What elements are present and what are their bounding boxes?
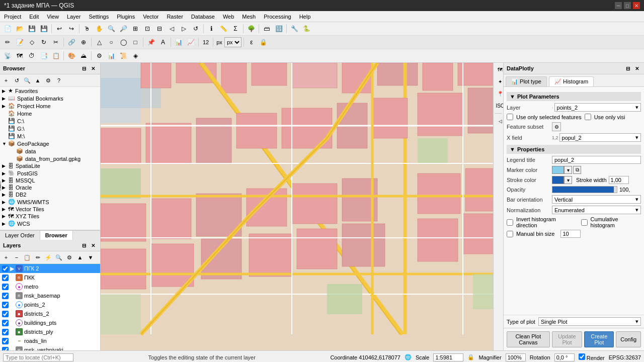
browser-close-btn[interactable]: ✕ bbox=[89, 64, 97, 72]
invert-histogram-checkbox[interactable] bbox=[507, 219, 513, 226]
layer-checkbox[interactable] bbox=[2, 320, 9, 326]
browser-m-drive[interactable]: ▶ 💾 M:\ bbox=[0, 132, 100, 140]
layer-item-points2[interactable]: ▶ ● points_2 bbox=[0, 300, 100, 309]
browser-g-drive[interactable]: ▶ 💾 G:\ bbox=[0, 125, 100, 132]
layer-item-veshniyaki[interactable]: ▶ R msk_veshniyaki bbox=[0, 345, 100, 350]
scale-input[interactable] bbox=[433, 353, 463, 361]
move-up-btn[interactable]: ▲ bbox=[75, 252, 85, 262]
menu-project[interactable]: Project bbox=[0, 13, 25, 21]
tab-browser[interactable]: Browser bbox=[40, 231, 73, 240]
map-tool-4[interactable]: ISO bbox=[495, 100, 503, 111]
menu-view[interactable]: View bbox=[43, 13, 63, 21]
expression-btn[interactable]: ε bbox=[246, 37, 257, 48]
layer-checkbox[interactable] bbox=[2, 284, 9, 290]
properties-section[interactable]: ▼ Properties bbox=[507, 145, 641, 154]
chart-btn[interactable]: 📊 bbox=[173, 37, 184, 48]
browser-refresh-btn[interactable]: ↺ bbox=[12, 75, 22, 85]
minimize-button[interactable]: ─ bbox=[615, 2, 622, 9]
browser-mssql[interactable]: ▶ 🗄 MSSQL bbox=[0, 177, 100, 184]
browser-project-home[interactable]: ▶ 🏠 Project Home bbox=[0, 102, 100, 110]
digitize-btn[interactable]: ✏ bbox=[2, 37, 13, 48]
browser-add-btn[interactable]: + bbox=[1, 75, 11, 85]
browser-wms-wmts[interactable]: ▶ 🌐 WMS/WMTS bbox=[0, 198, 100, 206]
browser-data-portal[interactable]: ▶ 📦 data_from_portal.gpkg bbox=[0, 155, 100, 162]
browser-home[interactable]: ▶ 🏠 Home bbox=[0, 110, 100, 117]
stroke-width-input[interactable] bbox=[609, 176, 629, 184]
layer-item-pkk[interactable]: ▶ R ПКК bbox=[0, 273, 100, 282]
label-btn[interactable]: A bbox=[157, 37, 169, 48]
marker-color-down-btn[interactable]: ▾ bbox=[564, 166, 572, 174]
browser-enable-props-btn[interactable]: ⚙ bbox=[43, 75, 53, 85]
map-tool-2[interactable]: ✦ bbox=[495, 76, 503, 87]
stroke-color-down-btn[interactable]: ▾ bbox=[564, 176, 572, 184]
timeline-btn[interactable]: ⏱ bbox=[26, 50, 37, 61]
layer-item-pgk2[interactable]: ▶ V ПГК 2 bbox=[0, 264, 100, 273]
browser-vector-tiles[interactable]: ▶ 🗺 Vector Tiles bbox=[0, 206, 100, 213]
snap-btn[interactable]: 🔗 bbox=[66, 37, 77, 48]
rotate-btn[interactable]: ↻ bbox=[38, 37, 49, 48]
tab-plot-type[interactable]: 📊 Plot type bbox=[506, 76, 547, 86]
layer-checkbox[interactable] bbox=[2, 347, 9, 351]
bin-size-input[interactable] bbox=[560, 230, 581, 238]
layer-item-districts-ply[interactable]: ▶ ■ districts_ply bbox=[0, 327, 100, 336]
rect-btn[interactable]: □ bbox=[130, 37, 141, 48]
marker-color-swatch[interactable] bbox=[552, 166, 564, 174]
layer-item-basemap[interactable]: ▶ R msk_basemap bbox=[0, 291, 100, 300]
render-checkbox[interactable] bbox=[579, 353, 585, 360]
close-button[interactable]: ✕ bbox=[633, 2, 640, 9]
layer-item-metro[interactable]: ▶ ● metro bbox=[0, 282, 100, 291]
stroke-color-swatch[interactable] bbox=[552, 176, 564, 184]
browser-help-btn[interactable]: ? bbox=[54, 75, 64, 85]
histogram-btn[interactable]: 📈 bbox=[185, 37, 196, 48]
save-as-btn[interactable]: 💾 bbox=[38, 23, 49, 34]
layers-close-btn[interactable]: ✕ bbox=[89, 241, 97, 249]
layer-select[interactable]: points_2 ▾ bbox=[554, 103, 641, 112]
undo-btn[interactable]: ↩ bbox=[54, 23, 65, 34]
ellipse-btn[interactable]: ◯ bbox=[118, 37, 129, 48]
overview-btn[interactable]: 🗺 bbox=[14, 50, 25, 61]
feature-subset-btn[interactable]: ⚙ bbox=[552, 122, 561, 131]
x-field-select[interactable]: popul_2 ▾ bbox=[559, 133, 641, 142]
unit-select[interactable]: px bbox=[224, 37, 242, 47]
zoom-selection-btn[interactable]: ⊟ bbox=[154, 23, 165, 34]
zoom-layer-btn[interactable]: 🔍 bbox=[54, 252, 64, 262]
filter-layer-btn[interactable]: ⚡ bbox=[43, 252, 53, 262]
normalization-select[interactable]: Enumerated ▾ bbox=[552, 206, 641, 214]
layout-mgr-btn[interactable]: 📋 bbox=[50, 50, 61, 61]
type-of-plot-select[interactable]: Single Plot ▾ bbox=[538, 317, 641, 326]
menu-edit[interactable]: Edit bbox=[25, 13, 43, 21]
browser-xyz-tiles[interactable]: ▶ 🗺 XYZ Tiles bbox=[0, 213, 100, 220]
map-canvas[interactable] bbox=[101, 63, 503, 350]
advanced-digit-btn[interactable]: △ bbox=[94, 37, 105, 48]
dataplotly-float-btn[interactable]: ⊟ bbox=[624, 64, 632, 72]
layers-float-btn[interactable]: ⊟ bbox=[80, 241, 88, 249]
zoom-layer-btn[interactable]: ⊡ bbox=[142, 23, 153, 34]
browser-wcs[interactable]: ▶ 🌐 WCS bbox=[0, 220, 100, 227]
save-project-btn[interactable]: 💾 bbox=[26, 23, 37, 34]
browser-geopackage[interactable]: ▼ 📦 GeoPackage bbox=[0, 140, 100, 147]
menu-raster[interactable]: Raster bbox=[163, 13, 187, 21]
layer-checkbox[interactable] bbox=[2, 329, 9, 335]
marker-color-copy-btn[interactable]: ⧉ bbox=[573, 166, 581, 174]
browser-db2[interactable]: ▶ 🗄 DB2 bbox=[0, 191, 100, 198]
browser-collapse-btn[interactable]: ▲ bbox=[33, 75, 43, 85]
opacity-slider[interactable] bbox=[552, 186, 617, 193]
relief-btn[interactable]: ⛰ bbox=[78, 50, 89, 61]
open-project-btn[interactable]: 📂 bbox=[14, 23, 25, 34]
layer-checkbox[interactable] bbox=[2, 338, 9, 344]
layer-tree-btn[interactable]: 🌳 bbox=[246, 23, 257, 34]
browser-float-btn[interactable]: ⊟ bbox=[80, 64, 88, 72]
pan-map-btn[interactable]: ✋ bbox=[94, 23, 105, 34]
menu-layer[interactable]: Layer bbox=[63, 13, 85, 21]
identify-btn[interactable]: ℹ bbox=[206, 23, 217, 34]
open-attr-btn[interactable]: 📋 bbox=[22, 252, 32, 262]
use-visi-checkbox[interactable] bbox=[585, 114, 591, 120]
legend-title-input[interactable] bbox=[552, 156, 641, 164]
menu-processing[interactable]: Processing bbox=[260, 13, 295, 21]
menu-help[interactable]: Help bbox=[295, 13, 315, 21]
config-btn[interactable]: Config bbox=[616, 331, 641, 347]
processing-toolbox-btn[interactable]: ⚙ bbox=[94, 50, 105, 61]
magnifier-input[interactable] bbox=[506, 353, 526, 361]
field-calc-btn[interactable]: 🔢 bbox=[273, 23, 284, 34]
split-btn[interactable]: ✂ bbox=[50, 37, 61, 48]
